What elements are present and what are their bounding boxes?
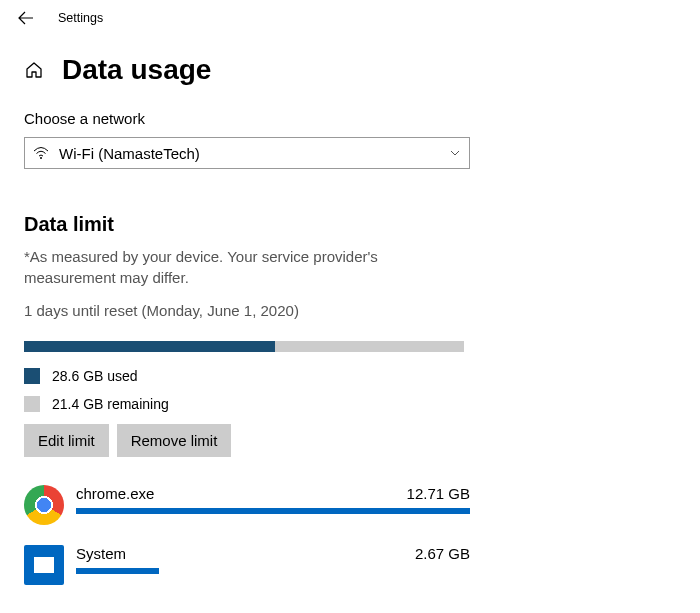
network-label: Choose a network (24, 110, 496, 127)
app-row: System 2.67 GB (24, 545, 470, 585)
svg-point-0 (40, 157, 42, 159)
wifi-icon (33, 146, 49, 160)
page-title: Data usage (62, 54, 211, 86)
settings-breadcrumb[interactable]: Settings (58, 11, 103, 25)
network-dropdown[interactable]: Wi-Fi (NamasteTech) (24, 137, 470, 169)
app-amount: 2.67 GB (415, 545, 470, 562)
edit-limit-button[interactable]: Edit limit (24, 424, 109, 457)
used-swatch (24, 368, 40, 384)
limit-meter (24, 341, 464, 352)
network-selected: Wi-Fi (NamasteTech) (59, 145, 439, 162)
app-bar (76, 568, 159, 574)
app-bar (76, 508, 470, 514)
app-row: chrome.exe 12.71 GB (24, 485, 470, 525)
used-text: 28.6 GB used (52, 368, 138, 384)
app-name: System (76, 545, 126, 562)
data-limit-heading: Data limit (24, 213, 496, 236)
app-name: chrome.exe (76, 485, 154, 502)
remaining-text: 21.4 GB remaining (52, 396, 169, 412)
limit-meter-fill (24, 341, 275, 352)
chevron-down-icon (449, 147, 461, 159)
remaining-swatch (24, 396, 40, 412)
app-usage-list: chrome.exe 12.71 GB System 2.67 GB (24, 485, 470, 585)
back-icon[interactable] (18, 10, 34, 26)
system-icon (24, 545, 64, 585)
limit-note: *As measured by your device. Your servic… (24, 246, 464, 288)
remove-limit-button[interactable]: Remove limit (117, 424, 232, 457)
chrome-icon (24, 485, 64, 525)
app-amount: 12.71 GB (407, 485, 470, 502)
home-icon[interactable] (24, 60, 44, 80)
limit-reset: 1 days until reset (Monday, June 1, 2020… (24, 302, 496, 319)
